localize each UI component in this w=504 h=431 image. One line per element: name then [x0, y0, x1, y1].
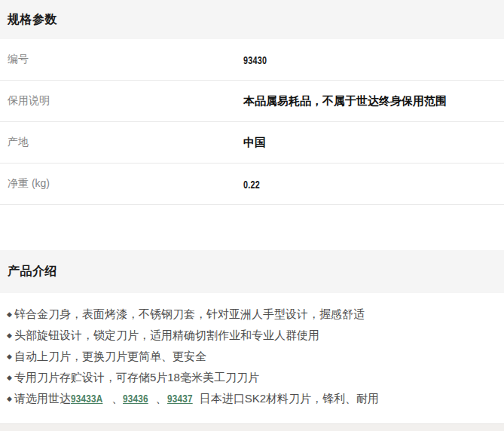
blade-link-93436[interactable]: 93436 — [123, 388, 148, 409]
spec-value-origin: 中国 — [243, 136, 266, 150]
next-section-divider — [0, 423, 504, 431]
feature-text: 锌合金刀身，表面烤漆，不锈钢刀套，针对亚洲人手型设计，握感舒适 — [14, 307, 365, 320]
spec-row-model-number: 编号 93430 — [0, 39, 504, 81]
intro-section-title: 产品介绍 — [8, 264, 57, 280]
feature-list: ◆锌合金刀身，表面烤漆，不锈钢刀套，针对亚洲人手型设计，握感舒适 ◆头部旋钮设计… — [0, 293, 504, 423]
diamond-bullet-icon: ◆ — [7, 332, 12, 339]
spec-section-title: 规格参数 — [8, 12, 57, 28]
spec-value-net-weight: 0.22 — [243, 178, 260, 191]
link-separator: 、 — [111, 392, 123, 405]
intro-section-header: 产品介绍 — [0, 250, 504, 293]
blade-link-93433A[interactable]: 93433A — [71, 388, 102, 409]
blade-link-93437[interactable]: 93437 — [167, 388, 193, 409]
diamond-bullet-icon: ◆ — [7, 353, 12, 360]
spec-label-model-number: 编号 — [8, 53, 243, 66]
feature-text: 头部旋钮设计，锁定刀片，适用精确切割作业和专业人群使用 — [14, 329, 319, 341]
spec-value-model-number: 93430 — [243, 53, 267, 66]
spec-label-net-weight: 净重 (kg) — [8, 177, 243, 191]
feature-text: 专用刀片存贮设计，可存储5片18毫米美工刀刀片 — [14, 371, 259, 384]
diamond-bullet-icon: ◆ — [7, 395, 12, 402]
product-detail-page: 规格参数 编号 93430 保用说明 本品属易耗品，不属于世达终身保用范围 产地… — [0, 0, 504, 431]
spec-label-origin: 产地 — [8, 136, 243, 149]
spec-row-origin: 产地 中国 — [0, 122, 504, 164]
link-separator: 、 — [156, 392, 167, 405]
diamond-bullet-icon: ◆ — [7, 374, 12, 381]
spec-row-warranty-note: 保用说明 本品属易耗品，不属于世达终身保用范围 — [0, 81, 504, 122]
feature-item-blade-recommendation: ◆请选用世达93433A、93436、93437日本进口SK2材料刀片，锋利、耐… — [7, 388, 496, 409]
spec-label-warranty-note: 保用说明 — [8, 94, 243, 108]
spec-section-header: 规格参数 — [0, 0, 504, 39]
feature-item-auto-load: ◆自动上刀片，更换刀片更简单、更安全 — [7, 346, 496, 367]
feature-text-prefix: 请选用世达 — [14, 392, 71, 405]
spec-value-warranty-note: 本品属易耗品，不属于世达终身保用范围 — [243, 94, 447, 109]
diamond-bullet-icon: ◆ — [7, 310, 12, 318]
feature-item-storage: ◆专用刀片存贮设计，可存储5片18毫米美工刀刀片 — [7, 367, 496, 388]
feature-item-knob: ◆头部旋钮设计，锁定刀片，适用精确切割作业和专业人群使用 — [7, 325, 496, 346]
spec-table: 编号 93430 保用说明 本品属易耗品，不属于世达终身保用范围 产地 中国 净… — [0, 39, 504, 205]
feature-text: 自动上刀片，更换刀片更简单、更安全 — [14, 350, 206, 362]
feature-item-body: ◆锌合金刀身，表面烤漆，不锈钢刀套，针对亚洲人手型设计，握感舒适 — [7, 304, 496, 325]
spec-section: 规格参数 编号 93430 保用说明 本品属易耗品，不属于世达终身保用范围 产地… — [0, 0, 504, 205]
feature-text-suffix: 日本进口SK2材料刀片，锋利、耐用 — [200, 392, 379, 405]
intro-section: 产品介绍 ◆锌合金刀身，表面烤漆，不锈钢刀套，针对亚洲人手型设计，握感舒适 ◆头… — [0, 250, 504, 423]
spec-row-net-weight: 净重 (kg) 0.22 — [0, 164, 504, 205]
